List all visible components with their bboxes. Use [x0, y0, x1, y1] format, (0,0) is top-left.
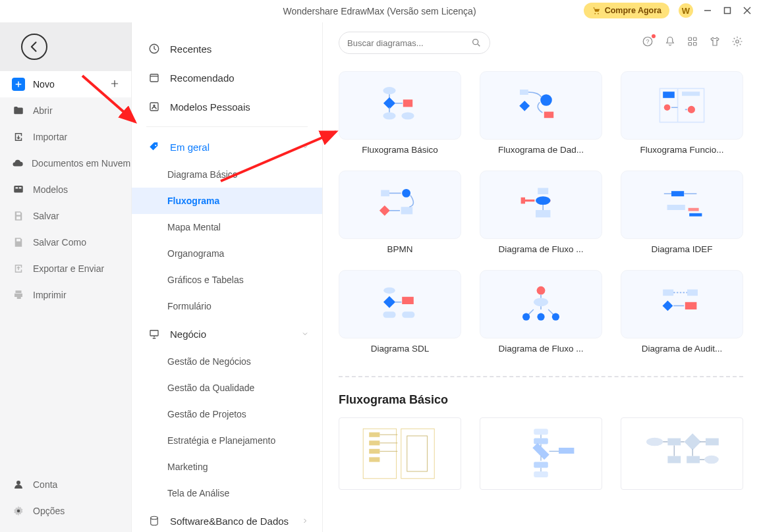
svg-rect-58 — [383, 296, 395, 308]
example-card[interactable] — [339, 417, 461, 490]
svg-rect-56 — [689, 213, 702, 217]
sidebar-item-label: Opções — [33, 506, 65, 516]
svg-point-51 — [536, 196, 550, 205]
gear-icon — [12, 504, 25, 518]
print-icon — [12, 288, 25, 302]
template-thumb — [480, 71, 602, 140]
sidebar-item-cloud-docs[interactable]: Documentos em Nuvem — [0, 150, 131, 176]
cat-sub-organograma[interactable]: Organograma — [132, 240, 322, 267]
template-card[interactable]: Diagrama de Fluxo ... — [480, 171, 602, 254]
sidebar-item-open[interactable]: Abrir — [0, 97, 131, 124]
cat-sub-label: Gestão da Qualidade — [167, 383, 254, 393]
sidebar-item-label: Exportar e Enviar — [33, 263, 104, 274]
cat-sub-estrategia[interactable]: Estratégia e Planejamento — [132, 427, 322, 454]
category-panel: Recentes Recomendado Modelos Pessoais Em… — [132, 22, 323, 532]
template-card[interactable]: Fluxograma Funcio... — [621, 71, 743, 155]
svg-text:?: ? — [646, 38, 649, 45]
cat-sub-fluxograma[interactable]: Fluxograma — [132, 188, 322, 214]
back-button[interactable] — [21, 34, 47, 60]
plus-icon[interactable] — [110, 79, 119, 90]
cat-modelos-pessoais[interactable]: Modelos Pessoais — [132, 92, 322, 121]
example-card[interactable] — [621, 417, 743, 490]
svg-point-62 — [537, 286, 546, 295]
cat-recentes[interactable]: Recentes — [132, 34, 322, 63]
cat-sub-formulario[interactable]: Formulário — [132, 293, 322, 319]
shirt-button[interactable] — [709, 36, 721, 50]
cat-sub-graficos-tabelas[interactable]: Gráficos e Tabelas — [132, 267, 322, 293]
search-input[interactable] — [347, 38, 466, 48]
user-icon — [12, 478, 25, 491]
cat-sub-gestao-negocios[interactable]: Gestão de Negócios — [132, 348, 322, 375]
template-card[interactable]: Diagrama de Audit... — [621, 270, 743, 354]
template-card[interactable]: Fluxograma de Dad... — [480, 71, 602, 155]
svg-rect-67 — [663, 290, 673, 296]
svg-rect-73 — [369, 433, 380, 437]
svg-rect-75 — [369, 449, 380, 454]
sidebar-item-label: Modelos — [33, 184, 68, 195]
bell-button[interactable] — [664, 36, 676, 50]
template-label: Diagrama de Fluxo ... — [480, 244, 602, 254]
svg-rect-35 — [520, 90, 528, 95]
w-badge[interactable]: W — [679, 3, 693, 18]
sidebar-item-new[interactable]: Novo — [0, 71, 131, 97]
template-card[interactable]: Diagrama SDL — [339, 270, 461, 354]
cat-sub-gestao-qualidade[interactable]: Gestão da Qualidade — [132, 375, 322, 401]
svg-rect-87 — [706, 439, 719, 446]
svg-rect-5 — [725, 8, 731, 14]
sidebar-item-account[interactable]: Conta — [0, 471, 131, 498]
help-button[interactable]: ? — [642, 36, 654, 50]
template-card[interactable]: Diagrama IDEF — [621, 171, 743, 254]
svg-point-29 — [736, 40, 739, 43]
sidebar-item-print[interactable]: Imprimir — [0, 282, 131, 308]
svg-rect-85 — [667, 439, 681, 446]
svg-rect-41 — [663, 92, 675, 98]
cat-group-em-geral[interactable]: Em geral — [132, 132, 322, 161]
export-icon — [12, 262, 25, 275]
close-button[interactable] — [742, 5, 752, 16]
cat-sub-tela-analise[interactable]: Tela de Análise — [132, 480, 322, 506]
search-input-wrap[interactable] — [339, 32, 490, 54]
clock-icon — [148, 42, 161, 55]
sidebar-item-options[interactable]: Opções — [0, 498, 131, 524]
sidebar-item-import[interactable]: Importar — [0, 124, 131, 150]
svg-point-30 — [383, 87, 395, 94]
content-area: ? Fluxograma Básico Fluxograma de Dad...… — [323, 22, 759, 532]
template-card[interactable]: BPMN — [339, 171, 461, 254]
minimize-button[interactable] — [702, 5, 713, 16]
svg-point-2 — [594, 13, 596, 14]
template-grid: Fluxograma Básico Fluxograma de Dad... F… — [339, 71, 743, 354]
buy-now-button[interactable]: Compre Agora — [584, 3, 669, 18]
apps-button[interactable] — [687, 36, 698, 50]
sidebar-item-save[interactable]: Salvar — [0, 203, 131, 229]
sidebar-item-export[interactable]: Exportar e Enviar — [0, 255, 131, 282]
svg-rect-10 — [16, 187, 18, 188]
template-label: Diagrama de Fluxo ... — [480, 344, 602, 354]
svg-rect-86 — [684, 433, 700, 450]
sidebar-item-label: Conta — [33, 479, 57, 490]
cat-group-software-db[interactable]: Software&Banco de Dados — [132, 506, 322, 532]
svg-rect-61 — [402, 311, 414, 318]
cat-sub-label: Gestão de Projetos — [167, 409, 246, 419]
example-card[interactable] — [480, 417, 602, 490]
svg-rect-74 — [369, 440, 380, 445]
template-card[interactable]: Diagrama de Fluxo ... — [480, 270, 602, 354]
cat-sub-mapa-mental[interactable]: Mapa Mental — [132, 214, 322, 240]
svg-point-44 — [688, 106, 695, 113]
maximize-button[interactable] — [722, 5, 733, 16]
divider — [146, 126, 308, 127]
cat-sub-gestao-projetos[interactable]: Gestão de Projetos — [132, 401, 322, 427]
template-card[interactable]: Fluxograma Básico — [339, 71, 461, 155]
sidebar-item-templates[interactable]: Modelos — [0, 176, 131, 203]
settings-button[interactable] — [731, 36, 743, 50]
templates-icon — [12, 183, 25, 196]
svg-rect-76 — [369, 457, 380, 462]
cat-sub-marketing[interactable]: Marketing — [132, 454, 322, 480]
sidebar-item-save-as[interactable]: Salvar Como — [0, 229, 131, 255]
template-label: Diagrama SDL — [339, 344, 461, 354]
cat-recomendado[interactable]: Recomendado — [132, 63, 322, 92]
cat-group-negocio[interactable]: Negócio — [132, 319, 322, 348]
cat-sub-diagrama-basico[interactable]: Diagrama Básico — [132, 161, 322, 188]
calendar-icon — [148, 71, 161, 84]
svg-rect-55 — [689, 208, 699, 211]
cloud-icon — [12, 157, 24, 170]
